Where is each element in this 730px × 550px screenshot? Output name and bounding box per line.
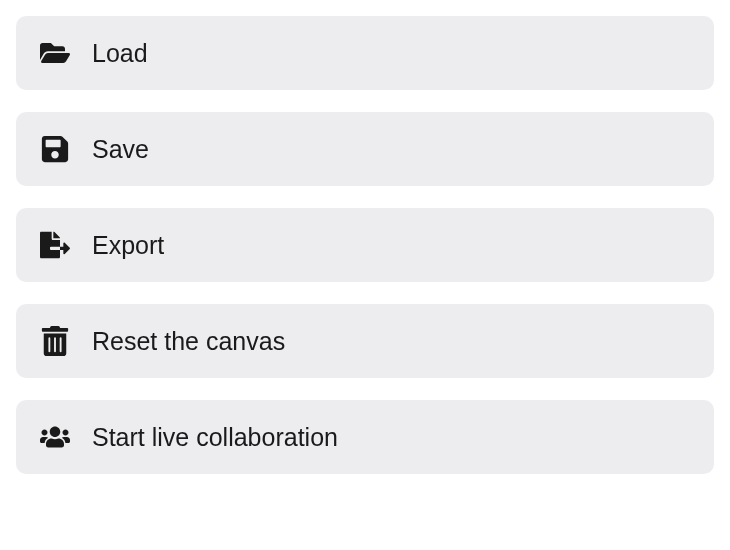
folder-open-icon: [40, 38, 70, 68]
menu-item-label: Reset the canvas: [92, 327, 285, 356]
menu-item-export[interactable]: Export: [16, 208, 714, 282]
menu-item-label: Start live collaboration: [92, 423, 338, 452]
export-icon: [40, 230, 70, 260]
menu-item-label: Export: [92, 231, 164, 260]
menu-item-label: Load: [92, 39, 148, 68]
menu-item-collab[interactable]: Start live collaboration: [16, 400, 714, 474]
menu-item-save[interactable]: Save: [16, 112, 714, 186]
trash-icon: [40, 326, 70, 356]
save-icon: [40, 134, 70, 164]
menu-item-label: Save: [92, 135, 149, 164]
menu-item-reset[interactable]: Reset the canvas: [16, 304, 714, 378]
menu-item-load[interactable]: Load: [16, 16, 714, 90]
menu-list: Load Save Export Reset the canvas Start …: [16, 16, 714, 474]
users-icon: [40, 422, 70, 452]
